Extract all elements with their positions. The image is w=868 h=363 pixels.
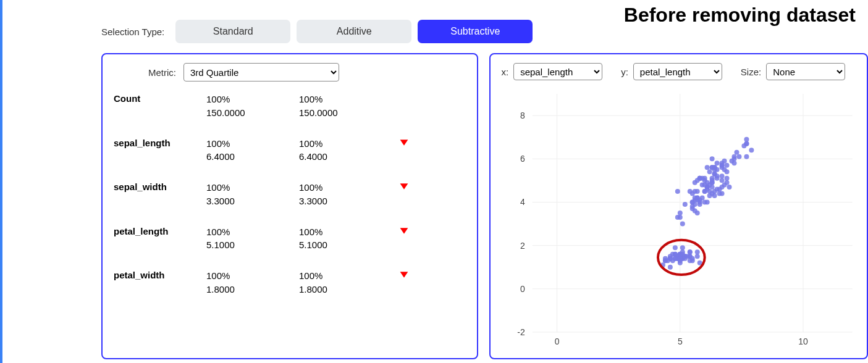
svg-point-160: [702, 182, 707, 187]
filter-arrow-icon[interactable]: [392, 225, 416, 252]
svg-point-112: [689, 191, 694, 196]
stat-col-a: 100%5.1000: [206, 225, 299, 252]
svg-point-44: [667, 265, 672, 270]
svg-point-161: [724, 169, 729, 174]
x-axis-select[interactable]: sepal_length: [513, 63, 602, 80]
stat-col-a: 100%3.3000: [206, 181, 299, 208]
stat-col-b: 100%3.3000: [299, 181, 392, 208]
svg-text:5: 5: [677, 336, 682, 346]
svg-point-46: [672, 245, 677, 250]
stat-row-petal_width: petal_width100%1.8000100%1.8000: [114, 269, 466, 296]
svg-point-165: [722, 159, 727, 164]
selection-type-additive[interactable]: Additive: [297, 20, 411, 43]
svg-point-121: [694, 198, 699, 202]
svg-point-111: [689, 199, 694, 204]
svg-point-103: [689, 206, 694, 211]
stat-col-b: 100%150.0000: [299, 93, 392, 120]
svg-point-157: [744, 154, 749, 159]
stat-name: petal_width: [114, 269, 206, 296]
svg-point-159: [712, 167, 717, 172]
svg-point-71: [677, 256, 682, 261]
svg-point-170: [707, 169, 712, 174]
selection-type-buttons: StandardAdditiveSubtractive: [175, 20, 533, 43]
svg-point-69: [667, 256, 672, 261]
stat-row-count: Count100%150.0000100%150.0000: [114, 93, 466, 120]
svg-point-156: [704, 165, 709, 170]
metric-label: Metric:: [148, 67, 176, 78]
svg-point-113: [704, 186, 709, 191]
stats-panel: Metric: 3rd Quartile Count100%150.000010…: [101, 53, 478, 359]
svg-text:0: 0: [554, 336, 559, 346]
y-axis-label: y:: [621, 67, 628, 77]
scatter-panel: x: sepal_length y: petal_length Size: No…: [489, 53, 869, 359]
filter-arrow-icon[interactable]: [392, 181, 416, 208]
svg-point-143: [692, 180, 697, 185]
selection-type-subtractive[interactable]: Subtractive: [418, 20, 533, 43]
metric-select[interactable]: 3rd Quartile: [183, 63, 339, 81]
svg-point-163: [724, 176, 729, 181]
svg-point-72: [727, 185, 731, 190]
svg-point-169: [714, 173, 719, 178]
stat-row-petal_length: petal_length100%5.1000100%5.1000: [114, 225, 466, 252]
svg-point-152: [736, 154, 741, 159]
stat-row-sepal_width: sepal_width100%3.3000100%3.3000: [114, 181, 466, 208]
scatter-plot[interactable]: -2024680510: [504, 90, 861, 349]
stat-name: sepal_length: [114, 137, 206, 164]
stat-name: Count: [114, 93, 206, 120]
svg-point-67: [672, 256, 677, 261]
svg-point-97: [717, 191, 722, 196]
svg-point-70: [685, 254, 689, 259]
x-axis-label: x:: [502, 67, 509, 77]
svg-marker-2: [400, 228, 408, 234]
filter-arrow-icon[interactable]: [392, 137, 416, 164]
svg-text:6: 6: [520, 154, 525, 164]
svg-point-40: [694, 249, 699, 254]
svg-point-108: [719, 185, 724, 190]
svg-point-167: [719, 173, 724, 178]
svg-point-144: [744, 141, 749, 146]
svg-point-168: [709, 178, 714, 183]
svg-point-82: [677, 211, 682, 215]
filter-arrow-icon[interactable]: [392, 269, 416, 296]
svg-point-142: [724, 163, 729, 168]
stat-col-a: 100%1.8000: [206, 269, 299, 296]
svg-point-99: [719, 178, 724, 183]
svg-point-37: [694, 254, 699, 259]
svg-text:0: 0: [520, 284, 525, 294]
page-title: Before removing dataset: [624, 4, 856, 27]
selection-type-label: Selection Type:: [101, 27, 164, 37]
selection-type-standard[interactable]: Standard: [175, 20, 290, 43]
y-axis-select[interactable]: petal_length: [633, 63, 722, 80]
stat-col-b: 100%1.8000: [299, 269, 392, 296]
svg-point-147: [731, 156, 736, 161]
svg-point-129: [734, 150, 739, 155]
svg-point-120: [680, 222, 685, 227]
svg-text:10: 10: [798, 336, 808, 346]
svg-marker-1: [400, 183, 408, 190]
size-label: Size:: [741, 67, 761, 77]
svg-text:2: 2: [520, 241, 525, 251]
svg-text:8: 8: [520, 111, 525, 120]
size-select[interactable]: None: [766, 63, 845, 80]
svg-point-58: [689, 258, 694, 263]
svg-point-153: [749, 148, 754, 152]
stat-name: petal_length: [114, 225, 206, 252]
svg-point-93: [704, 199, 709, 204]
svg-point-115: [677, 215, 682, 220]
svg-point-128: [675, 189, 680, 194]
stat-name: sepal_width: [114, 181, 206, 208]
svg-marker-3: [400, 272, 408, 278]
svg-point-126: [714, 161, 719, 165]
svg-point-140: [744, 137, 749, 142]
stat-col-a: 100%150.0000: [206, 93, 299, 120]
svg-point-171: [699, 176, 704, 181]
svg-point-122: [709, 156, 714, 161]
svg-point-66: [680, 245, 685, 250]
svg-point-42: [687, 249, 692, 254]
stat-col-a: 100%6.4000: [206, 137, 299, 164]
svg-text:-2: -2: [517, 327, 525, 337]
svg-point-166: [719, 163, 724, 168]
svg-point-119: [707, 193, 712, 198]
stat-col-b: 100%5.1000: [299, 225, 392, 252]
svg-marker-0: [400, 140, 408, 146]
